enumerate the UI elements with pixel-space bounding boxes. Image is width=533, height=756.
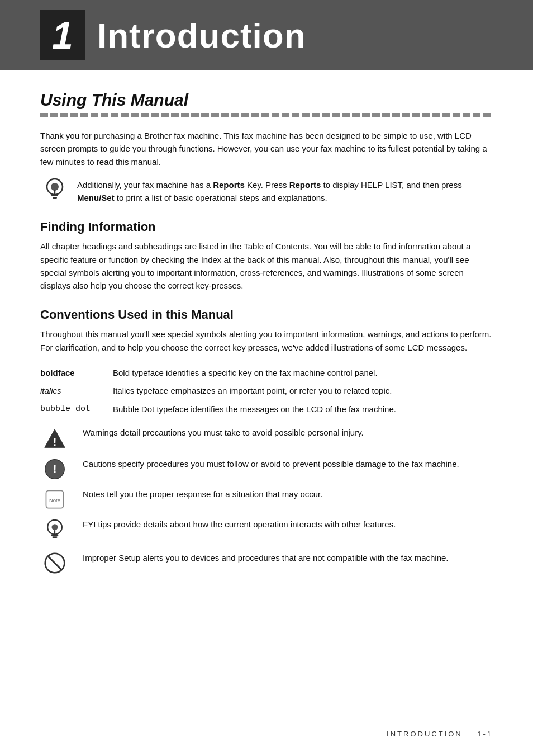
chapter-number: 1	[40, 10, 85, 60]
chapter-header: 1 Introduction	[0, 0, 533, 70]
fyi-row-icon	[44, 519, 65, 544]
caution-icon: !	[44, 459, 65, 480]
fyi-tip-icon	[40, 179, 69, 200]
page: 1 Introduction Using This Manual Thank y…	[0, 0, 533, 756]
svg-rect-2	[51, 195, 58, 196]
warning-icon-cell: !	[40, 426, 69, 450]
note-icon-cell: Note	[40, 488, 69, 510]
improper-row: Improper Setup alerts you to devices and…	[40, 551, 493, 574]
footer-page: 1-1	[477, 730, 493, 738]
caution-desc: Cautions specify procedures you must fol…	[83, 457, 493, 470]
fyi-desc: FYI tips provide details about how the c…	[83, 518, 493, 531]
svg-rect-3	[53, 197, 57, 199]
warning-desc: Warnings detail precautions you must tak…	[83, 426, 493, 439]
svg-text:!: !	[53, 462, 56, 476]
svg-text:!: !	[53, 436, 57, 448]
conventions-table: boldface Bold typeface identifies a spec…	[40, 364, 493, 419]
fyi-icon-cell	[40, 518, 69, 544]
footer-section: INTRODUCTION	[387, 730, 463, 738]
svg-text:Note: Note	[49, 497, 60, 503]
finding-body: All chapter headings and subheadings are…	[40, 240, 493, 292]
note-icon: Note	[44, 489, 65, 510]
svg-rect-15	[52, 536, 57, 538]
term-bubble-dot: bubble dot	[40, 400, 113, 419]
term-italics: italics	[40, 382, 113, 400]
fyi-icon-svg	[45, 178, 65, 202]
section-conventions-title: Conventions Used in this Manual	[40, 308, 493, 322]
warning-icon: !	[44, 427, 66, 450]
svg-point-1	[51, 183, 59, 191]
warning-row: ! Warnings detail precautions you must t…	[40, 426, 493, 450]
tip-text: Additionally, your fax machine has a Rep…	[77, 178, 493, 205]
term-boldface: boldface	[40, 364, 113, 382]
section-divider	[40, 113, 493, 117]
caution-row: ! Cautions specify procedures you must f…	[40, 457, 493, 480]
svg-rect-14	[51, 535, 59, 536]
table-row: boldface Bold typeface identifies a spec…	[40, 364, 493, 382]
caution-icon-cell: !	[40, 457, 69, 480]
improper-desc: Improper Setup alerts you to devices and…	[83, 551, 493, 564]
fyi-row: FYI tips provide details about how the c…	[40, 518, 493, 544]
section-using-title: Using This Manual	[40, 91, 493, 110]
desc-bubble-dot: Bubble Dot typeface identifies the messa…	[113, 400, 493, 419]
svg-line-17	[48, 556, 61, 570]
desc-boldface: Bold typeface identifies a specific key …	[113, 364, 493, 382]
improper-icon	[44, 552, 65, 574]
note-desc: Notes tell you the proper response for a…	[83, 488, 493, 500]
chapter-title: Introduction	[97, 16, 306, 55]
note-row: Note Notes tell you the proper response …	[40, 488, 493, 510]
table-row: italics Italics typeface emphasizes an i…	[40, 382, 493, 400]
section-finding-title: Finding Information	[40, 220, 493, 234]
using-body1: Thank you for purchasing a Brother fax m…	[40, 129, 493, 168]
improper-icon-cell	[40, 551, 69, 574]
desc-italics: Italics typeface emphasizes an important…	[113, 382, 493, 400]
tip-box: Additionally, your fax machine has a Rep…	[40, 178, 493, 205]
table-row: bubble dot Bubble Dot typeface identifie…	[40, 400, 493, 419]
conventions-intro: Throughout this manual you'll see specia…	[40, 328, 493, 354]
page-footer: INTRODUCTION 1-1	[387, 730, 493, 738]
svg-point-12	[52, 524, 58, 530]
